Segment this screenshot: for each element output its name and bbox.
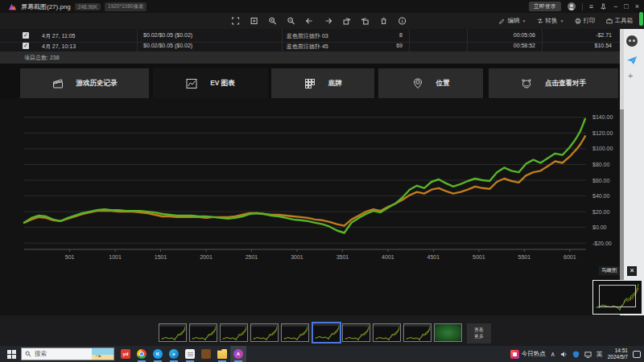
network-icon[interactable] (584, 351, 592, 358)
tab-grid[interactable]: 底牌 (271, 68, 374, 98)
start-button[interactable] (7, 350, 16, 359)
add-icon[interactable]: + (628, 71, 633, 80)
volume-icon[interactable] (560, 351, 568, 358)
divider (582, 3, 583, 10)
chevron-down-icon: ▼ (522, 19, 526, 23)
svg-text:$80.00: $80.00 (592, 162, 610, 167)
svg-text:4501: 4501 (427, 254, 440, 260)
cell-amount: $10.54 (554, 43, 612, 48)
hotspot-button[interactable]: 今日热点 (510, 350, 546, 359)
thumbnail-chart[interactable] (281, 323, 309, 342)
viewer-toolbar: 编辑▼转换▼打印工具箱 (0, 13, 644, 29)
taskbar-app-mahjong[interactable] (198, 346, 214, 362)
svg-text:$40.00: $40.00 (592, 193, 610, 199)
zoom-out-icon[interactable] (287, 17, 295, 26)
close-button[interactable]: × (635, 3, 639, 10)
quark-icon: K (153, 349, 163, 359)
menu-toolbox[interactable]: 工具箱 (606, 17, 634, 25)
menu-edit[interactable]: 编辑▼ (499, 17, 526, 25)
security-shield-icon[interactable] (572, 351, 580, 358)
image-viewer-icon: A (233, 349, 243, 359)
thumbnail-chart[interactable] (403, 323, 431, 342)
birdseye-close-icon[interactable]: ✕ (627, 266, 637, 276)
taskbar-app-image-viewer[interactable]: A (230, 346, 246, 362)
row-checkbox[interactable]: ✓ (23, 32, 29, 39)
view-more-button[interactable]: 查看更多 (467, 323, 491, 343)
taskbar-app-notepad[interactable] (182, 346, 198, 362)
thumbnail-chart-selected[interactable] (312, 322, 341, 343)
thumbnail-poker-table[interactable] (434, 323, 462, 342)
cell-stakes: $0.02/$0.05 ($0.02) (143, 32, 192, 38)
thumbnail-chart[interactable] (159, 323, 187, 342)
cell-date: 4月 27, 10:13 (42, 43, 76, 51)
ime-indicator[interactable]: 英 (597, 350, 603, 359)
clock[interactable]: 14:51 2024/5/7 (608, 348, 628, 360)
thumbnail-chart[interactable] (250, 323, 279, 342)
chrome-icon (137, 349, 147, 359)
maximize-button[interactable]: □ (624, 3, 628, 10)
taskbar-app-explorer[interactable] (214, 346, 230, 362)
taskbar-app-chrome[interactable] (134, 346, 150, 362)
taskbar-app-quark[interactable]: K (150, 346, 166, 362)
tab-opponent[interactable]: 点击查看对手 (489, 68, 618, 98)
window-title: 屏幕截图(27).png (21, 2, 71, 11)
svg-text:$60.00: $60.00 (592, 178, 610, 183)
cell-table: 蓝色前注德扑 03 (287, 32, 328, 40)
fit-screen-icon[interactable] (250, 17, 258, 26)
login-button[interactable]: 立即登录 (529, 2, 561, 11)
fullscreen-icon[interactable] (231, 17, 240, 26)
tab-location[interactable]: 位置 (378, 68, 483, 98)
next-icon[interactable] (324, 17, 332, 26)
hidden-icons-chevron[interactable]: ∧ (551, 351, 555, 358)
thumbnail-chart[interactable] (373, 323, 401, 342)
menu-icon[interactable]: ≡ (589, 2, 593, 10)
menu-convert[interactable]: 转换▼ (537, 17, 564, 25)
zoom-in-icon[interactable] (268, 17, 277, 26)
taskbar-search[interactable]: 搜索 (21, 348, 114, 360)
tab-clapperboard[interactable]: 游戏历史记录 (20, 68, 149, 98)
session-row[interactable]: ✓4月 27, 10:13$0.02/$0.05 ($0.02)蓝色前注德扑 4… (0, 42, 620, 51)
rotate-right-icon[interactable] (342, 17, 351, 26)
row-checkbox[interactable]: ✓ (23, 43, 29, 49)
notification-icon[interactable] (633, 351, 641, 358)
svg-text:5001: 5001 (473, 254, 485, 260)
svg-text:3501: 3501 (336, 254, 349, 260)
svg-text:6001: 6001 (564, 254, 576, 260)
search-icon (25, 351, 31, 357)
previous-icon[interactable] (305, 17, 314, 26)
mahjong-icon (201, 349, 211, 359)
viewed-image: ✓4月 27, 11:05$0.02/$0.05 ($0.02)蓝色前注德扑 0… (0, 29, 620, 315)
search-highlight-image[interactable] (92, 348, 114, 360)
minimize-button[interactable]: − (613, 3, 617, 10)
svg-text:$20.00: $20.00 (592, 209, 610, 215)
tab-line-chart[interactable]: EV 图表 (153, 68, 268, 98)
scrollbar-thumb[interactable] (620, 109, 624, 282)
rotate-left-icon[interactable] (361, 17, 369, 26)
svg-text:501: 501 (65, 254, 75, 260)
thumbnail-chart[interactable] (342, 323, 370, 342)
birdseye-minimap[interactable] (592, 280, 642, 315)
avatar[interactable] (568, 2, 576, 10)
taskbar-app-youdao[interactable]: yd (118, 346, 134, 362)
menu-print[interactable]: 打印 (575, 17, 596, 25)
paper-plane-icon[interactable] (626, 55, 638, 66)
column-divider (282, 29, 283, 51)
info-icon[interactable] (398, 17, 407, 26)
location-icon (412, 78, 423, 89)
delete-icon[interactable] (379, 17, 388, 26)
cell-hands: 8 (354, 32, 402, 38)
clock-time: 14:51 (608, 348, 628, 354)
session-row[interactable]: ✓4月 27, 11:05$0.02/$0.05 ($0.02)蓝色前注德扑 0… (0, 29, 620, 42)
pin-icon[interactable] (600, 3, 607, 10)
clapperboard-icon (52, 78, 64, 89)
minimap-viewport[interactable] (599, 285, 636, 307)
side-dock-green-tab[interactable] (639, 12, 643, 26)
monkey-icon[interactable] (626, 35, 638, 47)
svg-text:$140.00: $140.00 (592, 114, 613, 120)
youdao-icon: yd (121, 349, 130, 359)
taskbar-app-edge[interactable]: e (166, 346, 182, 362)
hotspot-label: 今日热点 (522, 350, 546, 358)
thumbnail-chart[interactable] (220, 323, 248, 342)
convert-icon (537, 18, 543, 24)
thumbnail-chart[interactable] (189, 323, 217, 342)
